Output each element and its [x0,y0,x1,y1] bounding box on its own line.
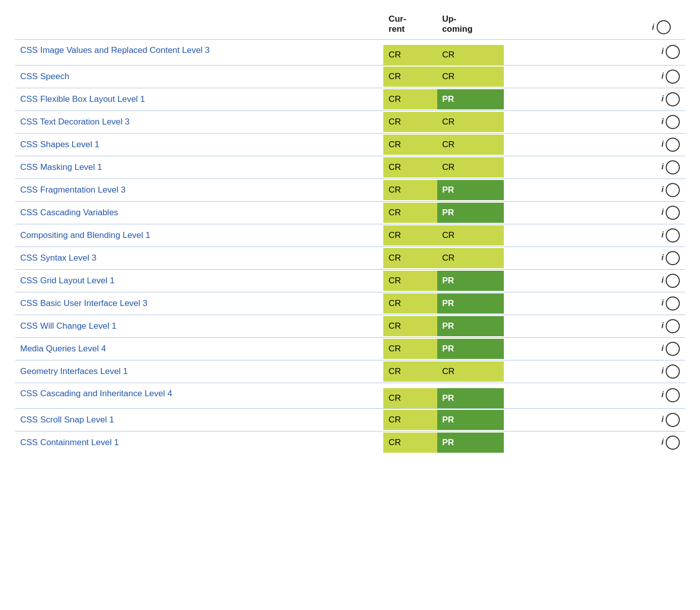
info-icon[interactable]: i [662,185,664,194]
notes-cell [504,40,638,66]
spec-name[interactable]: CSS Speech [15,66,383,88]
upcoming-status: PR [437,270,504,292]
spec-name[interactable]: CSS Flexible Box Layout Level 1 [15,88,383,111]
info-icon[interactable]: i [662,208,664,216]
spec-name[interactable]: CSS Will Change Level 1 [15,315,383,338]
spec-name[interactable]: CSS Basic User Interface Level 3 [15,292,383,315]
table-row: CSS Shapes Level 1CRCRi [15,134,685,156]
current-status: CR [383,247,437,270]
spec-name[interactable]: CSS Masking Level 1 [15,156,383,179]
notes-cell [504,432,638,454]
info-icon[interactable]: i [662,117,664,126]
circle-button[interactable] [666,206,680,220]
current-status: CR [383,134,437,156]
circle-button[interactable] [666,413,680,427]
header-upcoming: Up-coming [437,10,504,40]
info-icon[interactable]: i [662,390,664,399]
current-status: CR [383,315,437,338]
circle-button[interactable] [666,251,680,265]
upcoming-status: CR [437,360,504,383]
spec-name[interactable]: CSS Shapes Level 1 [15,134,383,156]
header-testing [15,10,383,40]
spec-name[interactable]: CSS Cascading and Inheritance Level 4 [15,383,383,409]
current-status: CR [383,179,437,202]
header-icon-col: i [638,10,685,40]
current-status: CR [383,111,437,134]
notes-cell [504,156,638,179]
table-row: CSS Cascading and Inheritance Level 4CRP… [15,383,685,409]
info-icon[interactable]: i [662,438,664,446]
notes-cell [504,292,638,315]
upcoming-status: PR [437,432,504,454]
info-icon[interactable]: i [662,47,664,55]
spec-name[interactable]: CSS Syntax Level 3 [15,247,383,270]
upcoming-status: PR [437,383,504,409]
header-current: Cur-rent [383,10,437,40]
circle-button[interactable] [666,138,680,152]
icon-cell: i [638,66,685,88]
circle-button[interactable] [666,115,680,129]
table-row: CSS Masking Level 1CRCRi [15,156,685,179]
circle-button[interactable] [666,364,680,379]
info-icon[interactable]: i [662,72,664,80]
circle-button[interactable] [666,319,680,333]
spec-name[interactable]: CSS Text Decoration Level 3 [15,111,383,134]
info-icon[interactable]: i [662,276,664,284]
info-icon[interactable]: i [662,321,664,330]
notes-cell [504,224,638,247]
circle-button[interactable] [666,296,680,311]
spec-name[interactable]: CSS Scroll Snap Level 1 [15,409,383,432]
spec-name[interactable]: CSS Containment Level 1 [15,432,383,454]
notes-cell [504,111,638,134]
info-icon[interactable]: i [662,230,664,239]
current-status: CR [383,66,437,88]
upcoming-status: CR [437,111,504,134]
info-icon[interactable]: i [662,344,664,352]
spec-name[interactable]: Media Queries Level 4 [15,338,383,360]
spec-name[interactable]: Geometry Interfaces Level 1 [15,360,383,383]
info-icon[interactable]: i [662,253,664,262]
circle-button[interactable] [666,274,680,288]
table-row: CSS Cascading VariablesCRPRi [15,202,685,224]
spec-name[interactable]: CSS Grid Layout Level 1 [15,270,383,292]
icon-cell: i [638,292,685,315]
icon-cell: i [638,224,685,247]
circle-button[interactable] [666,436,680,450]
icon-cell: i [638,409,685,432]
spec-name[interactable]: Compositing and Blending Level 1 [15,224,383,247]
icon-cell: i [638,40,685,66]
circle-button[interactable] [666,160,680,174]
info-icon[interactable]: i [662,298,664,307]
current-status: CR [383,383,437,409]
upcoming-status: PR [437,202,504,224]
circle-button[interactable] [666,183,680,197]
upcoming-status: PR [437,409,504,432]
spec-name[interactable]: CSS Image Values and Replaced Content Le… [15,40,383,66]
current-status: CR [383,156,437,179]
info-icon[interactable]: i [662,367,664,375]
circle-button[interactable] [666,228,680,242]
notes-cell [504,134,638,156]
circle-button[interactable] [666,92,680,106]
upcoming-status: PR [437,338,504,360]
icon-cell: i [638,338,685,360]
icon-cell: i [638,383,685,409]
notes-cell [504,383,638,409]
table-row: CSS Syntax Level 3CRCRi [15,247,685,270]
current-status: CR [383,409,437,432]
icon-cell: i [638,179,685,202]
spec-name[interactable]: CSS Fragmentation Level 3 [15,179,383,202]
notes-cell [504,66,638,88]
circle-button[interactable] [666,388,680,402]
circle-button[interactable] [666,342,680,356]
info-icon[interactable]: i [662,162,664,171]
icon-cell: i [638,315,685,338]
circle-button[interactable] [666,45,680,59]
info-icon[interactable]: i [662,415,664,423]
spec-name[interactable]: CSS Cascading Variables [15,202,383,224]
notes-cell [504,360,638,383]
info-icon[interactable]: i [662,140,664,148]
info-icon[interactable]: i [662,94,664,103]
notes-cell [504,179,638,202]
circle-button[interactable] [666,70,680,84]
